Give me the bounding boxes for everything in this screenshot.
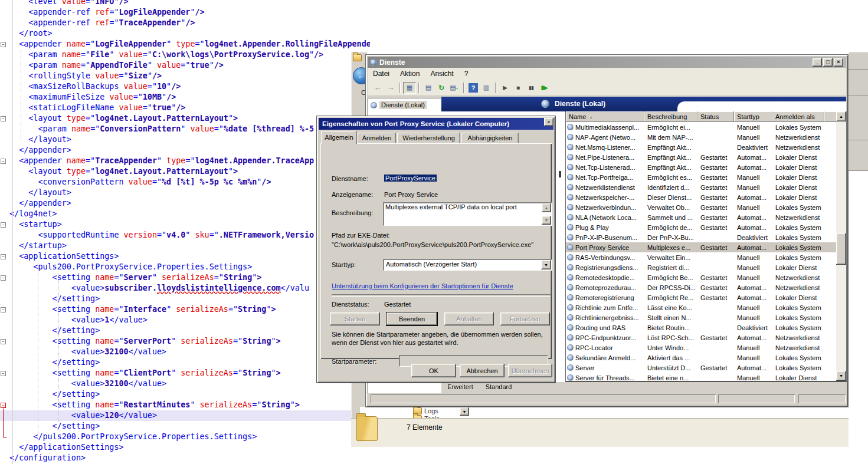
display-name-label: Anzeigename:	[332, 191, 373, 198]
service-gear-icon	[567, 244, 574, 251]
service-row[interactable]: RemoteregistrierungErmöglicht Re...Gesta…	[566, 292, 837, 302]
view-tab-standard[interactable]: Standard	[481, 382, 516, 392]
menu-item-?[interactable]: ?	[459, 68, 474, 79]
tab-wiederherstellung[interactable]: Wiederherstellung	[397, 133, 460, 144]
pause-service-icon[interactable]: ▮▮	[525, 82, 538, 94]
column-header-status[interactable]: Status	[697, 111, 734, 122]
service-row[interactable]: Net.Tcp-Portfreiga...Ermöglicht es...Ges…	[566, 172, 837, 182]
service-gear-icon	[567, 184, 574, 190]
export-list-icon[interactable]: ▤	[448, 82, 461, 94]
service-row[interactable]: PnP-X-IP-Busenum...Der PnP-X-Bu...Deakti…	[566, 232, 837, 242]
tab-abhängigkeiten[interactable]: Abhängigkeiten	[461, 133, 519, 144]
refresh-icon[interactable]: ↻	[435, 82, 448, 94]
stop-service-icon[interactable]: ■	[512, 82, 525, 94]
scroll-thumb[interactable]	[836, 233, 846, 265]
toolbar-separator	[495, 83, 496, 93]
rounded-panel-corner	[677, 101, 846, 111]
service-gear-icon	[567, 174, 574, 180]
forward-icon[interactable]: →	[384, 82, 397, 94]
toolbar: ←→▦▤↻▤?▥▶■▮▮▮▶	[368, 80, 846, 96]
service-row[interactable]: NetzwerklistendienstIdentifiziert d...Ge…	[566, 182, 837, 192]
service-row[interactable]: ServerUnterstützt D...GestartetAutomat..…	[566, 363, 837, 373]
service-name-value[interactable]: PortProxyService	[384, 175, 437, 182]
start-type-label: Starttyp:	[332, 261, 356, 268]
service-row[interactable]: Multimediaklassenpl...Ermöglicht ei...Ma…	[566, 122, 837, 132]
service-row[interactable]: Remotedesktopdie...Ermöglicht Be...Gesta…	[566, 272, 837, 282]
show-console-tree-icon[interactable]: ▦	[403, 82, 416, 94]
service-row[interactable]: RPC-LocatorUnter Windo...ManuellNetzwerk…	[566, 343, 837, 353]
service-gear-icon	[567, 224, 574, 231]
maximize-button[interactable]: □	[823, 58, 833, 67]
column-header-beschreibung[interactable]: Beschreibung	[644, 111, 697, 122]
tree-collapse-button[interactable]: ▼	[460, 407, 469, 416]
scroll-down-button[interactable]: ▼	[542, 216, 551, 225]
close-button[interactable]: ×	[834, 58, 843, 67]
screen: <level value="INFO"/> <appender-ref ref=…	[0, 0, 868, 464]
view-tabs: ErweitertStandard	[441, 382, 618, 393]
statusbar	[368, 394, 846, 405]
view-tab-erweitert[interactable]: Erweitert	[441, 382, 479, 392]
service-row[interactable]: Netzwerkspeicher-...Dieser Dienst...Gest…	[566, 192, 837, 202]
dialog-titlebar[interactable]: Eigenschaften von Port Proxy Service (Lo…	[319, 118, 553, 130]
list-scrollbar[interactable]: ▲ ▼	[836, 111, 846, 381]
menu-item-aktion[interactable]: Aktion	[395, 68, 425, 79]
status-panel	[371, 394, 716, 403]
service-row[interactable]: NAP-Agent (Netwo...Mit dem NAP-...Manuel…	[566, 132, 837, 142]
service-row[interactable]: Remoteprozedurau...Der RPCSS-Di...Gestar…	[566, 282, 837, 292]
tab-allgemein[interactable]: Allgemein	[321, 131, 357, 144]
service-row[interactable]: Plug & PlayErmöglicht de...GestartetAuto…	[566, 222, 837, 232]
scroll-down-button[interactable]: ▼	[836, 371, 846, 381]
service-gear-icon	[567, 204, 574, 210]
column-header-name[interactable]: Name▲	[566, 111, 644, 122]
column-header-anmelden-als[interactable]: Anmelden als	[772, 111, 824, 122]
start-service-icon[interactable]: ▶	[499, 82, 512, 94]
übernehmen-button: Übernehmen	[508, 364, 552, 377]
service-row[interactable]: Net.Pipe-Listenera...Empfängt Akt...Gest…	[566, 152, 837, 162]
column-header-starttyp[interactable]: Starttyp	[734, 111, 772, 122]
properties-icon[interactable]: ▤	[422, 82, 435, 94]
back-icon[interactable]: ←	[371, 82, 384, 94]
beenden-button[interactable]: Beenden	[386, 312, 437, 325]
window-titlebar[interactable]: Dienste _□×	[368, 57, 846, 68]
service-gear-icon	[567, 214, 574, 221]
description-field[interactable]: Multiplexes external TCP/IP data on loca…	[383, 202, 552, 226]
chevron-down-icon[interactable]: ▼	[541, 260, 551, 269]
service-row[interactable]: Richtlinienergebniss...Stellt einen N...…	[566, 312, 837, 323]
tree-item-dienste-lokal[interactable]: Dienste (Lokal)	[371, 101, 427, 109]
service-row[interactable]: RAS-Verbindungsv...Verwaltet Ein...Manue…	[566, 252, 837, 262]
service-gear-icon	[567, 344, 574, 351]
tab-anmelden[interactable]: Anmelden	[358, 133, 396, 144]
folder-icon	[353, 54, 362, 61]
service-row[interactable]: Server für Threads...Bietet eine n...Man…	[566, 373, 837, 382]
service-row[interactable]: RPC-Endpunktzuor...Löst RPC-Sch...Gestar…	[566, 333, 837, 343]
status-panel	[718, 394, 795, 403]
service-gear-icon	[567, 254, 574, 261]
service-row[interactable]: Sekundäre Anmeld...Aktiviert das ...Manu…	[566, 353, 837, 363]
help-icon[interactable]: ?	[469, 83, 478, 93]
service-row[interactable]: Netzwerkverbindun...Verwaltet Ob...Gesta…	[566, 202, 837, 212]
ok-button[interactable]: OK	[411, 364, 456, 377]
startup-options-help-link[interactable]: Unterstützung beim Konfigurieren der Sta…	[332, 282, 513, 289]
service-row[interactable]: Net.Tcp-Listenerad...Empfängt Akt...Gest…	[566, 162, 837, 172]
background-panel	[849, 52, 868, 171]
start-params-hint: Sie können die Startparameter angeben, d…	[332, 331, 549, 338]
scroll-up-button[interactable]: ▲	[836, 111, 846, 121]
service-row[interactable]: Richtlinie zum Entfe...Lässt eine Ko...M…	[566, 302, 837, 312]
service-row[interactable]: Port Proxy ServiceMultiplexes e...Gestar…	[566, 242, 837, 252]
close-icon[interactable]: ×	[544, 118, 553, 126]
service-gear-icon	[567, 324, 574, 331]
menu-item-datei[interactable]: Datei	[368, 68, 395, 79]
service-row[interactable]: NLA (Network Loca...Sammelt und ...Gesta…	[566, 212, 837, 222]
menu-item-ansicht[interactable]: Ansicht	[425, 68, 458, 79]
service-row[interactable]: Net.Msmq-Listener...Empfängt Akt...Deakt…	[566, 142, 837, 152]
restart-service-icon[interactable]: ▮▶	[538, 82, 551, 94]
minimize-button[interactable]: _	[813, 58, 822, 67]
scroll-up-button[interactable]: ▲	[542, 203, 551, 212]
toolbar-separator	[463, 83, 464, 93]
service-gear-icon	[567, 374, 574, 381]
show-action-pane-icon[interactable]: ▥	[480, 82, 493, 94]
start-type-select[interactable]: Automatisch (Verzögerter Start) ▼	[383, 259, 552, 271]
service-row[interactable]: Routing und RASBietet Routin...Deaktivie…	[566, 323, 837, 333]
abbrechen-button[interactable]: Abbrechen	[460, 364, 505, 377]
service-row[interactable]: Registrierungsdiens...Registriert di...M…	[566, 262, 837, 272]
